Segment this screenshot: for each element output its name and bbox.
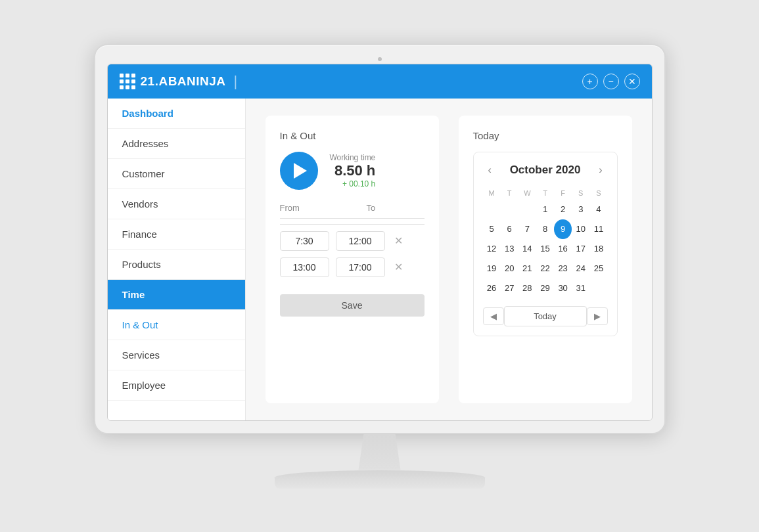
sidebar-item-employee[interactable]: Employee: [108, 370, 245, 401]
calendar-day[interactable]: 16: [554, 239, 572, 259]
from-input-2[interactable]: [280, 257, 329, 277]
sidebar-item-services[interactable]: Services: [108, 340, 245, 370]
save-button[interactable]: Save: [280, 294, 425, 317]
monitor-base: [275, 470, 485, 489]
calendar-day[interactable]: 18: [589, 239, 607, 259]
calendar-day[interactable]: 19: [483, 259, 501, 278]
delete-entry-1[interactable]: ✕: [394, 234, 403, 247]
calendar-month: October 2020: [510, 164, 581, 177]
monitor-neck: [354, 434, 406, 470]
calendar-day[interactable]: [501, 200, 518, 219]
day-header-f: F: [554, 187, 572, 200]
window-expand-button[interactable]: +: [582, 74, 598, 89]
app-header: 21.ABANINJA | + − ✕: [108, 64, 652, 99]
calendar-day[interactable]: 22: [536, 259, 554, 278]
calendar-grid: M T W T F S S: [483, 187, 608, 298]
calendar-day[interactable]: 1: [536, 200, 554, 219]
today-title: Today: [473, 130, 618, 141]
cal-today-button[interactable]: Today: [504, 306, 587, 326]
monitor-screen: 21.ABANINJA | + − ✕ Dashboard Addresses …: [107, 64, 653, 421]
play-button[interactable]: [280, 152, 318, 190]
calendar-day[interactable]: 8: [536, 219, 554, 239]
calendar-day[interactable]: 26: [483, 278, 501, 298]
monitor-body: 21.ABANINJA | + − ✕ Dashboard Addresses …: [94, 44, 666, 434]
calendar-day[interactable]: [483, 200, 501, 219]
day-header-s2: S: [589, 187, 607, 200]
in-out-panel: In & Out Working time 8.50 h + 00.10 h: [265, 116, 439, 403]
sidebar-item-customer[interactable]: Customer: [108, 159, 245, 189]
working-time-extra: + 00.10 h: [330, 179, 376, 188]
sidebar-item-in-out[interactable]: In & Out: [108, 310, 245, 340]
calendar-day[interactable]: 23: [554, 259, 572, 278]
calendar-day[interactable]: 11: [589, 219, 607, 239]
sidebar-item-dashboard[interactable]: Dashboard: [108, 99, 245, 129]
calendar-day[interactable]: [518, 200, 536, 219]
window-close-button[interactable]: ✕: [624, 74, 640, 89]
day-header-w: W: [518, 187, 536, 200]
sidebar-item-time[interactable]: Time: [108, 280, 245, 310]
calendar-day[interactable]: 17: [572, 239, 589, 259]
prev-month-button[interactable]: ‹: [483, 162, 497, 179]
cal-next-button[interactable]: ▶: [587, 307, 608, 325]
from-input-1[interactable]: [280, 231, 329, 251]
main-content: In & Out Working time 8.50 h + 00.10 h: [246, 99, 652, 420]
calendar-day[interactable]: 2: [554, 200, 572, 219]
app-body: Dashboard Addresses Customer Vendors Fin…: [108, 99, 652, 420]
calendar-day[interactable]: 14: [518, 239, 536, 259]
calendar-day[interactable]: 28: [518, 278, 536, 298]
calendar-day[interactable]: 29: [536, 278, 554, 298]
calendar-day[interactable]: 13: [501, 239, 518, 259]
cal-prev-button[interactable]: ◀: [483, 307, 504, 325]
calendar-day[interactable]: 21: [518, 259, 536, 278]
sidebar-item-vendors[interactable]: Vendors: [108, 189, 245, 219]
play-section: Working time 8.50 h + 00.10 h: [280, 152, 425, 190]
time-entries: From To ✕: [280, 203, 425, 277]
calendar-header: ‹ October 2020 ›: [483, 162, 608, 179]
calendar-day[interactable]: 7: [518, 219, 536, 239]
day-header-m: M: [483, 187, 501, 200]
working-time-value: 8.50 h: [330, 162, 376, 179]
calendar-panel: Today ‹ October 2020 › M: [459, 116, 632, 403]
to-header: To: [367, 203, 376, 213]
calendar-day[interactable]: 4: [589, 200, 607, 219]
day-header-t2: T: [536, 187, 554, 200]
day-header-s1: S: [572, 187, 589, 200]
sidebar-item-finance[interactable]: Finance: [108, 219, 245, 250]
calendar-day[interactable]: 3: [572, 200, 589, 219]
camera-dot: [378, 57, 382, 61]
window-controls: + − ✕: [582, 74, 640, 89]
logo-divider: |: [234, 73, 238, 90]
from-header: From: [280, 203, 333, 213]
monitor-wrapper: 21.ABANINJA | + − ✕ Dashboard Addresses …: [84, 44, 676, 489]
calendar-day[interactable]: 10: [572, 219, 589, 239]
time-entry-1: ✕: [280, 231, 425, 251]
to-input-2[interactable]: [336, 257, 385, 277]
calendar-day[interactable]: 9: [554, 219, 572, 239]
to-input-1[interactable]: [336, 231, 385, 251]
sidebar-item-addresses[interactable]: Addresses: [108, 129, 245, 159]
sidebar: Dashboard Addresses Customer Vendors Fin…: [108, 99, 246, 420]
calendar-day[interactable]: 12: [483, 239, 501, 259]
time-row-headers: From To: [280, 203, 425, 219]
next-month-button[interactable]: ›: [593, 162, 607, 179]
calendar-day[interactable]: 20: [501, 259, 518, 278]
calendar-day[interactable]: 5: [483, 219, 501, 239]
calendar-day[interactable]: 25: [589, 259, 607, 278]
sidebar-item-products[interactable]: Products: [108, 250, 245, 280]
calendar-day[interactable]: 27: [501, 278, 518, 298]
calendar-day[interactable]: 15: [536, 239, 554, 259]
calendar-day[interactable]: 31: [572, 278, 589, 298]
time-entry-2: ✕: [280, 257, 425, 277]
working-time-display: Working time 8.50 h + 00.10 h: [330, 153, 376, 188]
window-minimize-button[interactable]: −: [603, 74, 619, 89]
calendar-day[interactable]: 24: [572, 259, 589, 278]
working-time-label: Working time: [330, 153, 376, 162]
day-header-t1: T: [501, 187, 518, 200]
calendar-footer: ◀ Today ▶: [483, 306, 608, 326]
calendar-day[interactable]: 6: [501, 219, 518, 239]
calendar-day[interactable]: [589, 278, 607, 298]
app-logo: 21.ABANINJA |: [120, 73, 238, 90]
calendar-day[interactable]: 30: [554, 278, 572, 298]
logo-text: 21.ABANINJA: [141, 74, 226, 89]
delete-entry-2[interactable]: ✕: [394, 261, 403, 273]
